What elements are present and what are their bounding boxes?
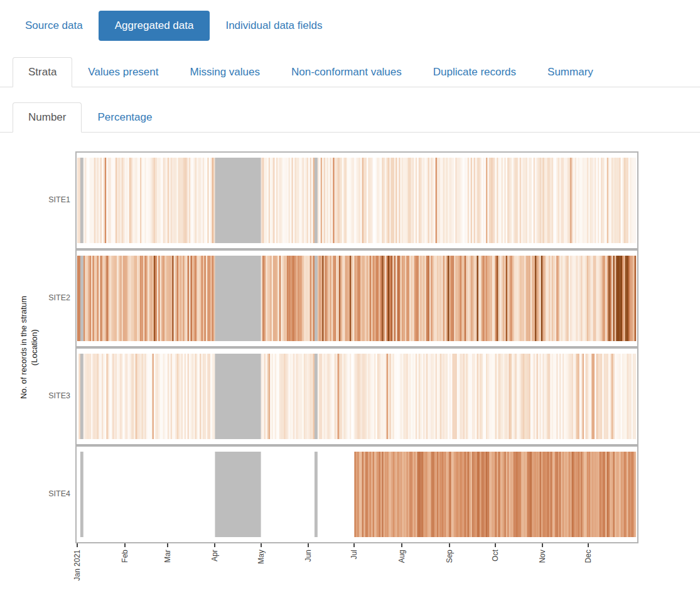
x-axis-label: Feb [121,550,129,606]
missing-data-block [315,158,318,243]
x-axis-tick [542,543,543,547]
x-axis-label: Apr [210,550,219,606]
x-axis-label: Dec [584,550,593,606]
x-axis-label: Jun [304,550,313,606]
x-axis-label: May [257,550,266,606]
barcode-strip [77,251,637,346]
heatmap-panel-site2 [75,249,638,347]
x-axis-tick [308,543,309,547]
barcode-strip [77,349,637,444]
tab-non-conformant-values[interactable]: Non-conformant values [276,57,417,87]
nav-source-data[interactable]: Source data [16,11,92,41]
x-axis-tick [261,543,262,547]
x-axis-label: Jan 2021 [73,550,82,606]
x-axis-tick [588,543,589,547]
missing-data-block [315,256,318,341]
tab-missing-values[interactable]: Missing values [175,57,276,87]
x-axis-label: Aug [397,550,406,606]
barcode-strip [77,447,637,542]
missing-data-block [80,354,83,439]
x-axis-tick [77,543,78,547]
missing-data-block [215,158,261,243]
x-axis-label: Nov [538,550,547,606]
tab-number[interactable]: Number [13,102,82,133]
x-axis-tick [167,543,168,547]
x-axis-tick [495,543,496,547]
tab-summary[interactable]: Summary [532,57,609,87]
x-axis-tick [401,543,402,547]
tab-strata[interactable]: Strata [13,57,72,87]
x-axis-label: Oct [491,550,500,606]
x-axis-tick [353,543,355,547]
heatmap-panel-site1 [75,151,638,249]
nav-aggregated-data[interactable]: Aggregated data [99,11,210,41]
missing-data-block [215,354,261,439]
tab-values-present[interactable]: Values present [72,57,174,87]
facet-label-site4: SITE4 [0,489,70,498]
heatmap-panel-site3 [75,347,638,445]
missing-data-block [215,256,261,341]
tab-percentage[interactable]: Percentage [82,102,168,133]
facet-label-site1: SITE1 [0,195,70,204]
tab-duplicate-records[interactable]: Duplicate records [417,57,532,87]
y-axis-title: No. of records in the stratum(Location) [18,253,41,442]
barcode-strip [77,153,637,248]
strata-chart: SITE1SITE2SITE3SITE4No. of records in th… [0,151,700,597]
x-axis-label: Jul [350,550,358,606]
x-axis-tick [449,543,450,547]
x-axis-tick [214,543,215,547]
missing-data-block [315,452,318,537]
missing-data-block [80,158,83,243]
nav-individual-data-fields[interactable]: Individual data fields [216,11,331,41]
missing-data-block [215,452,261,537]
missing-data-block [80,452,83,537]
heatmap-panel-site4 [75,445,638,543]
x-axis-label: Sep [445,550,454,606]
x-axis-label: Mar [163,550,172,606]
display-mode-tabs: Number Percentage [0,102,700,133]
missing-data-block [315,354,318,439]
missing-data-block [80,256,83,341]
x-axis-tick [124,543,126,547]
report-section-nav: Source data Aggregated data Individual d… [16,11,700,41]
aggregated-data-tabs: Strata Values present Missing values Non… [0,57,700,87]
